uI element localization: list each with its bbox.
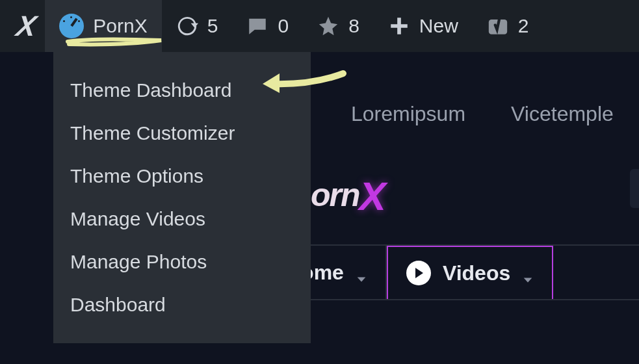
submenu-dashboard[interactable]: Dashboard xyxy=(53,283,311,326)
site-logo[interactable]: orn X xyxy=(311,169,441,214)
admin-new-label: New xyxy=(419,15,458,37)
annotation-underline xyxy=(66,38,163,47)
star-icon xyxy=(317,15,339,37)
admin-updates[interactable]: 5 xyxy=(162,0,233,52)
admin-starred[interactable]: 8 xyxy=(303,0,374,52)
comment-icon xyxy=(246,15,268,37)
play-icon xyxy=(406,261,431,285)
submenu-theme-options[interactable]: Theme Options xyxy=(53,155,311,198)
yoast-icon xyxy=(487,15,509,37)
tab-videos-label: Videos xyxy=(443,261,510,285)
comments-count: 0 xyxy=(278,15,289,37)
tab-videos[interactable]: Videos xyxy=(387,246,553,299)
logo-text-part1: orn xyxy=(311,176,359,214)
updates-count: 5 xyxy=(207,15,218,37)
logo-text-part2: X xyxy=(359,173,384,219)
starred-count: 8 xyxy=(348,15,359,37)
wp-logo[interactable]: X xyxy=(7,0,45,52)
submenu-manage-videos[interactable]: Manage Videos xyxy=(53,198,311,240)
chevron-down-icon xyxy=(356,266,367,278)
admin-yoast[interactable]: 2 xyxy=(473,0,543,52)
refresh-icon xyxy=(176,15,198,37)
plus-icon xyxy=(388,15,410,37)
submenu-manage-photos[interactable]: Manage Photos xyxy=(53,240,311,283)
annotation-arrow xyxy=(260,70,345,97)
main-nav-tabs: Home Videos xyxy=(267,244,639,300)
yoast-count: 2 xyxy=(518,15,529,37)
admin-site-name: PornX xyxy=(93,15,147,37)
search-toggle-partial[interactable] xyxy=(630,169,639,208)
site-nav-link-1[interactable]: Loremipsum xyxy=(351,102,465,126)
admin-new[interactable]: New xyxy=(374,0,473,52)
site-nav-link-2[interactable]: Vicetemple xyxy=(511,102,614,126)
gauge-icon xyxy=(59,14,84,38)
submenu-theme-customizer[interactable]: Theme Customizer xyxy=(53,112,311,155)
chevron-down-icon xyxy=(522,267,534,279)
admin-comments[interactable]: 0 xyxy=(232,0,303,52)
